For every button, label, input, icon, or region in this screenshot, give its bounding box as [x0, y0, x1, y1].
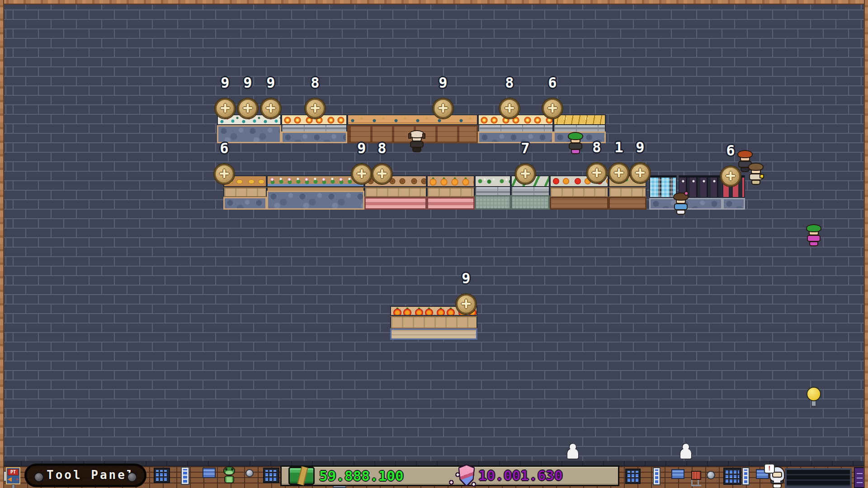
stall-corn-stall[interactable] [475, 175, 511, 210]
upgrade-plus-button[interactable]: + [542, 99, 562, 118]
plus-icon: + [438, 99, 448, 117]
bread-stall-crate [223, 187, 267, 197]
upgrade-plus-button[interactable]: + [372, 164, 392, 184]
frog-npc [223, 466, 235, 487]
upgrade-plus-button[interactable]: + [214, 164, 234, 184]
grill-counter-base [281, 131, 347, 143]
pt-sign-post [12, 484, 15, 488]
plus-icon: + [219, 164, 229, 183]
balloon-marker [807, 387, 821, 407]
stall-roast-counter[interactable] [478, 114, 553, 143]
stall-level-count: 8 [592, 140, 601, 155]
plus-icon: + [614, 163, 624, 182]
apple-stand-crate [390, 316, 477, 328]
stall-pumpkin-stall[interactable] [427, 175, 475, 210]
frog-belly [226, 477, 232, 482]
character-hair [568, 132, 583, 140]
upgrade-plus-button[interactable]: + [630, 163, 650, 183]
character-hair [748, 163, 764, 171]
plus-icon: + [547, 99, 557, 117]
upgrade-plus-button[interactable]: + [721, 166, 741, 186]
character-balding-man [408, 130, 425, 153]
frog-eye [225, 468, 227, 470]
upgrade-plus-button[interactable]: + [433, 99, 453, 118]
stall-donut-stall[interactable] [364, 175, 427, 210]
sign-glyphs [857, 470, 863, 485]
plus-icon: + [220, 99, 230, 117]
upgrade-plus-button[interactable]: + [305, 99, 325, 118]
flower-stall-base [267, 191, 364, 210]
vending-machine [263, 468, 279, 483]
stall-level-count: 9 [462, 271, 470, 286]
upgrade-plus-button[interactable]: + [215, 99, 235, 118]
drink-levels [183, 469, 187, 483]
upgrade-plus-button[interactable]: + [500, 99, 519, 118]
frog-face [226, 471, 233, 474]
cart-basket [691, 471, 701, 480]
sprout-stall-crate [609, 187, 646, 197]
gem-value: 10.001.630 [478, 466, 563, 485]
upgrade-plus-button[interactable]: + [609, 163, 629, 183]
cart-legs [691, 480, 701, 486]
vending-machine [723, 468, 741, 485]
plus-icon: + [266, 99, 276, 117]
held-item-icon [760, 174, 764, 178]
character-hair [737, 150, 753, 158]
stall-level-count: 6 [220, 141, 228, 156]
marker-body [680, 449, 691, 459]
plus-icon: + [461, 294, 471, 313]
tomato-stall-base [550, 197, 609, 210]
upgrade-plus-button[interactable]: + [587, 163, 607, 183]
frog-eye [231, 468, 233, 470]
cash-stack-icon [288, 467, 315, 485]
drink-levels [744, 469, 747, 483]
stall-level-count: 1 [614, 140, 623, 155]
tool-panel-button[interactable]: Tool Panel [24, 464, 146, 487]
stall-fish-counter[interactable] [217, 114, 281, 143]
corn-stall-goods [475, 175, 511, 187]
upgrade-plus-button[interactable]: + [261, 99, 281, 118]
character-legs [809, 241, 818, 246]
wood-frame-right [864, 0, 868, 488]
upgrade-plus-button[interactable]: + [238, 99, 258, 118]
character-green-haired-shopper [567, 132, 584, 155]
balloon-top [807, 387, 821, 401]
vending-cells [726, 470, 739, 483]
stall-level-count: 8 [505, 75, 514, 90]
wood-frame-left [0, 0, 4, 488]
left-arrow-icon [8, 477, 12, 482]
character-legs [412, 147, 421, 152]
character-body [410, 141, 424, 148]
gem-counter: 10.001.630 [459, 465, 563, 485]
gem-shield-icon [459, 465, 474, 485]
speech-bubble: ! [764, 464, 775, 474]
upgrade-plus-button[interactable]: + [456, 294, 476, 314]
dress-rack-base [722, 198, 745, 210]
tool-panel-right-knob[interactable] [127, 472, 137, 482]
stall-grill-counter[interactable] [281, 114, 347, 143]
upgrade-plus-button[interactable]: + [515, 164, 535, 184]
stall-level-count: 8 [377, 141, 386, 156]
wall-window [671, 469, 684, 479]
cucumber-stall-base [511, 195, 550, 210]
apple-stand-base [390, 328, 477, 340]
game-screen: { "hud": { "tool_panel_label": "Tool Pan… [0, 0, 868, 488]
stall-level-count: 9 [221, 75, 229, 90]
customer-spot-marker [567, 444, 579, 460]
vending-cells [265, 470, 277, 481]
flower-stall-goods [267, 175, 364, 187]
shield-shape [459, 465, 474, 485]
display-shelf [785, 468, 852, 488]
stall-level-count: 6 [548, 75, 557, 90]
flower-stall-shelf [267, 187, 364, 191]
upgrade-plus-button[interactable]: + [352, 164, 372, 184]
bread-stall-base [223, 197, 267, 210]
character-pink-dress-girl [805, 224, 822, 247]
tool-panel-left-knob[interactable] [34, 472, 44, 482]
plus-icon: + [505, 99, 514, 117]
drink-machine [653, 467, 660, 485]
cucumber-stall-drawer [511, 187, 550, 195]
plus-icon: + [243, 99, 253, 117]
pt-sign: PT » [6, 467, 20, 484]
stall-flower-stall[interactable] [267, 175, 364, 210]
